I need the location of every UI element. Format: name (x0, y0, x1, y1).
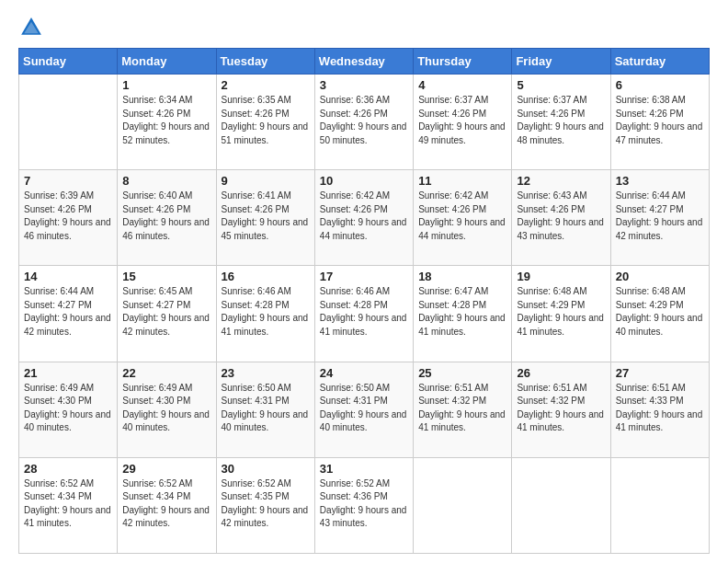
day-info: Sunrise: 6:34 AMSunset: 4:26 PMDaylight:… (122, 94, 210, 147)
calendar-cell: 22Sunrise: 6:49 AMSunset: 4:30 PMDayligh… (118, 362, 216, 457)
day-info: Sunrise: 6:44 AMSunset: 4:27 PMDaylight:… (24, 285, 112, 339)
calendar-cell: 15Sunrise: 6:45 AMSunset: 4:27 PMDayligh… (118, 266, 216, 362)
calendar-cell: 9Sunrise: 6:41 AMSunset: 4:26 PMDaylight… (216, 170, 314, 266)
calendar-cell: 5Sunrise: 6:37 AMSunset: 4:26 PMDaylight… (512, 75, 610, 170)
day-info: Sunrise: 6:39 AMSunset: 4:26 PMDaylight:… (24, 190, 112, 243)
calendar-week-row: 1Sunrise: 6:34 AMSunset: 4:26 PMDaylight… (19, 75, 710, 170)
day-info: Sunrise: 6:42 AMSunset: 4:26 PMDaylight:… (320, 190, 408, 243)
day-number: 13 (616, 174, 704, 188)
calendar-header-row: SundayMondayTuesdayWednesdayThursdayFrid… (19, 49, 710, 75)
day-info: Sunrise: 6:46 AMSunset: 4:28 PMDaylight:… (320, 285, 408, 339)
calendar-cell: 18Sunrise: 6:47 AMSunset: 4:28 PMDayligh… (414, 266, 512, 362)
day-info: Sunrise: 6:40 AMSunset: 4:26 PMDaylight:… (122, 190, 210, 243)
day-number: 21 (24, 366, 112, 380)
calendar-cell: 14Sunrise: 6:44 AMSunset: 4:27 PMDayligh… (19, 266, 118, 362)
day-number: 15 (122, 270, 210, 283)
day-number: 17 (320, 270, 408, 283)
calendar-cell: 26Sunrise: 6:51 AMSunset: 4:32 PMDayligh… (512, 362, 610, 457)
calendar-cell: 29Sunrise: 6:52 AMSunset: 4:34 PMDayligh… (118, 457, 216, 553)
calendar-day-header: Monday (118, 49, 216, 75)
calendar-cell (414, 457, 512, 553)
day-number: 24 (320, 366, 408, 380)
day-number: 7 (24, 174, 112, 188)
day-number: 25 (418, 366, 506, 380)
day-info: Sunrise: 6:37 AMSunset: 4:26 PMDaylight:… (418, 94, 506, 147)
calendar-cell: 4Sunrise: 6:37 AMSunset: 4:26 PMDaylight… (414, 75, 512, 170)
calendar-week-row: 14Sunrise: 6:44 AMSunset: 4:27 PMDayligh… (19, 266, 710, 362)
day-info: Sunrise: 6:42 AMSunset: 4:26 PMDaylight:… (418, 190, 506, 243)
calendar-cell: 20Sunrise: 6:48 AMSunset: 4:29 PMDayligh… (610, 266, 709, 362)
calendar-cell: 13Sunrise: 6:44 AMSunset: 4:27 PMDayligh… (610, 170, 709, 266)
day-number: 20 (616, 270, 704, 283)
day-number: 2 (222, 78, 310, 92)
day-info: Sunrise: 6:48 AMSunset: 4:29 PMDaylight:… (517, 285, 605, 339)
logo (18, 15, 48, 40)
calendar-table: SundayMondayTuesdayWednesdayThursdayFrid… (18, 48, 710, 554)
day-info: Sunrise: 6:49 AMSunset: 4:30 PMDaylight:… (24, 382, 112, 435)
day-number: 1 (122, 78, 210, 92)
calendar-cell: 10Sunrise: 6:42 AMSunset: 4:26 PMDayligh… (314, 170, 413, 266)
calendar-cell (610, 457, 709, 553)
calendar-cell: 6Sunrise: 6:38 AMSunset: 4:26 PMDaylight… (610, 75, 709, 170)
day-number: 18 (418, 270, 506, 283)
calendar-week-row: 28Sunrise: 6:52 AMSunset: 4:34 PMDayligh… (19, 457, 710, 553)
calendar-cell: 19Sunrise: 6:48 AMSunset: 4:29 PMDayligh… (512, 266, 610, 362)
day-info: Sunrise: 6:52 AMSunset: 4:35 PMDaylight:… (222, 477, 310, 531)
day-number: 14 (24, 270, 112, 283)
day-number: 12 (517, 174, 605, 188)
calendar-cell: 27Sunrise: 6:51 AMSunset: 4:33 PMDayligh… (610, 362, 709, 457)
calendar-cell: 1Sunrise: 6:34 AMSunset: 4:26 PMDaylight… (118, 75, 216, 170)
day-info: Sunrise: 6:51 AMSunset: 4:33 PMDaylight:… (616, 382, 704, 435)
calendar-day-header: Friday (512, 49, 610, 75)
page: SundayMondayTuesdayWednesdayThursdayFrid… (0, 0, 728, 563)
calendar-day-header: Tuesday (216, 49, 314, 75)
day-info: Sunrise: 6:37 AMSunset: 4:26 PMDaylight:… (517, 94, 605, 147)
calendar-cell: 3Sunrise: 6:36 AMSunset: 4:26 PMDaylight… (314, 75, 413, 170)
calendar-cell: 16Sunrise: 6:46 AMSunset: 4:28 PMDayligh… (216, 266, 314, 362)
calendar-cell (19, 75, 118, 170)
calendar-cell: 21Sunrise: 6:49 AMSunset: 4:30 PMDayligh… (19, 362, 118, 457)
day-number: 3 (320, 78, 408, 92)
day-info: Sunrise: 6:45 AMSunset: 4:27 PMDaylight:… (122, 285, 210, 339)
calendar-cell: 24Sunrise: 6:50 AMSunset: 4:31 PMDayligh… (314, 362, 413, 457)
calendar-cell: 12Sunrise: 6:43 AMSunset: 4:26 PMDayligh… (512, 170, 610, 266)
calendar-week-row: 21Sunrise: 6:49 AMSunset: 4:30 PMDayligh… (19, 362, 710, 457)
day-number: 26 (517, 366, 605, 380)
day-info: Sunrise: 6:52 AMSunset: 4:36 PMDaylight:… (320, 477, 408, 531)
calendar-cell: 2Sunrise: 6:35 AMSunset: 4:26 PMDaylight… (216, 75, 314, 170)
day-number: 16 (222, 270, 310, 283)
day-number: 22 (122, 366, 210, 380)
logo-icon (18, 15, 44, 40)
day-number: 10 (320, 174, 408, 188)
day-info: Sunrise: 6:51 AMSunset: 4:32 PMDaylight:… (517, 382, 605, 435)
calendar-cell (512, 457, 610, 553)
day-info: Sunrise: 6:51 AMSunset: 4:32 PMDaylight:… (418, 382, 506, 435)
day-info: Sunrise: 6:52 AMSunset: 4:34 PMDaylight:… (24, 477, 112, 531)
day-info: Sunrise: 6:38 AMSunset: 4:26 PMDaylight:… (616, 94, 704, 147)
day-number: 5 (517, 78, 605, 92)
day-number: 4 (418, 78, 506, 92)
day-number: 29 (122, 462, 210, 476)
day-number: 31 (320, 462, 408, 476)
day-number: 11 (418, 174, 506, 188)
day-number: 9 (222, 174, 310, 188)
calendar-cell: 28Sunrise: 6:52 AMSunset: 4:34 PMDayligh… (19, 457, 118, 553)
calendar-cell: 8Sunrise: 6:40 AMSunset: 4:26 PMDaylight… (118, 170, 216, 266)
calendar-cell: 23Sunrise: 6:50 AMSunset: 4:31 PMDayligh… (216, 362, 314, 457)
day-number: 19 (517, 270, 605, 283)
day-info: Sunrise: 6:36 AMSunset: 4:26 PMDaylight:… (320, 94, 408, 147)
day-number: 23 (222, 366, 310, 380)
day-info: Sunrise: 6:52 AMSunset: 4:34 PMDaylight:… (122, 477, 210, 531)
day-info: Sunrise: 6:50 AMSunset: 4:31 PMDaylight:… (320, 382, 408, 435)
calendar-cell: 7Sunrise: 6:39 AMSunset: 4:26 PMDaylight… (19, 170, 118, 266)
day-info: Sunrise: 6:48 AMSunset: 4:29 PMDaylight:… (616, 285, 704, 339)
day-info: Sunrise: 6:47 AMSunset: 4:28 PMDaylight:… (418, 285, 506, 339)
day-number: 8 (122, 174, 210, 188)
day-info: Sunrise: 6:43 AMSunset: 4:26 PMDaylight:… (517, 190, 605, 243)
calendar-cell: 31Sunrise: 6:52 AMSunset: 4:36 PMDayligh… (314, 457, 413, 553)
calendar-cell: 11Sunrise: 6:42 AMSunset: 4:26 PMDayligh… (414, 170, 512, 266)
calendar-cell: 30Sunrise: 6:52 AMSunset: 4:35 PMDayligh… (216, 457, 314, 553)
day-info: Sunrise: 6:46 AMSunset: 4:28 PMDaylight:… (222, 285, 310, 339)
day-info: Sunrise: 6:41 AMSunset: 4:26 PMDaylight:… (222, 190, 310, 243)
day-number: 6 (616, 78, 704, 92)
